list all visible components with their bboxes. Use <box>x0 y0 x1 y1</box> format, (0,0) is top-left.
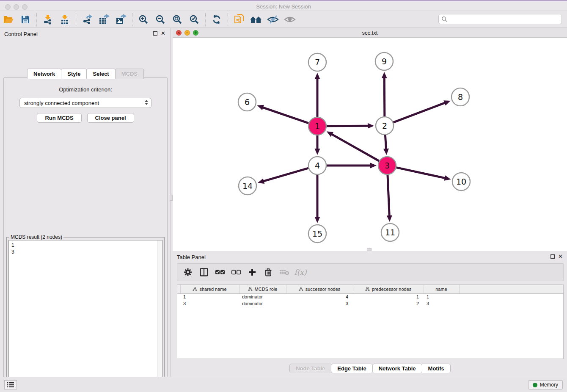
optimization-criterion-select[interactable]: strongly connected component <box>19 98 151 108</box>
arrowhead-icon <box>315 217 320 223</box>
deselect-all-icon[interactable] <box>230 266 242 279</box>
tab-edge-table[interactable]: Edge Table <box>331 364 372 373</box>
column-header-shared-name[interactable]: shared name <box>180 285 239 293</box>
first-neighbors-icon[interactable] <box>249 13 263 26</box>
export-network-icon[interactable] <box>80 13 94 26</box>
column-header-filler <box>459 285 563 293</box>
vertical-splitter-handle[interactable] <box>170 195 173 201</box>
table-row[interactable]: 1dominator411 <box>177 293 563 300</box>
horizontal-splitter-handle[interactable] <box>367 248 372 251</box>
tree-icon <box>299 287 303 291</box>
edge-4-14[interactable] <box>263 168 308 182</box>
tab-network-table[interactable]: Network Table <box>372 364 422 373</box>
tab-mcds[interactable]: MCDS <box>115 69 144 79</box>
open-folder-icon[interactable] <box>1 13 16 26</box>
column-header-predecessor-nodes[interactable]: predecessor nodes <box>353 285 424 293</box>
arrowhead-icon <box>382 72 387 78</box>
edge-1-6[interactable] <box>262 107 308 123</box>
apply-function-icon[interactable]: f(x) <box>294 266 307 279</box>
tab-style[interactable]: Style <box>61 69 87 79</box>
edge-2-3[interactable] <box>385 135 386 150</box>
select-all-icon[interactable] <box>214 266 226 279</box>
delete-row-icon[interactable] <box>262 266 275 279</box>
float-panel-icon[interactable] <box>153 31 157 36</box>
toolbar-separator <box>36 13 37 26</box>
node-label-14: 14 <box>242 181 253 190</box>
export-image-icon[interactable] <box>114 13 128 26</box>
edge-2-8[interactable] <box>394 102 446 122</box>
add-row-icon[interactable] <box>246 266 259 279</box>
mcds-result-list[interactable]: 13 <box>8 240 162 392</box>
table-cell-filler <box>459 300 563 307</box>
main-toolbar <box>0 11 567 28</box>
edge-3-1[interactable] <box>331 134 379 161</box>
table-cell[interactable]: 4 <box>286 293 353 300</box>
table-cell[interactable]: 3 <box>286 300 353 307</box>
mcds-result-box: MCDS result (2 nodes) 13 <box>6 237 165 392</box>
arrowhead-icon <box>444 175 451 181</box>
memory-button[interactable]: Memory <box>528 380 563 389</box>
node-label-15: 15 <box>312 229 322 238</box>
float-panel-icon[interactable] <box>550 254 555 259</box>
table-cell[interactable]: 3 <box>424 300 459 307</box>
zoom-in-icon[interactable] <box>136 13 151 26</box>
import-table-icon[interactable] <box>58 13 72 26</box>
search-input[interactable] <box>447 16 561 22</box>
refresh-layout-icon[interactable] <box>209 13 224 26</box>
edge-3-10[interactable] <box>396 168 446 178</box>
scrollbar[interactable] <box>157 240 162 392</box>
zoom-selected-icon[interactable] <box>187 13 201 26</box>
row-gutter <box>177 300 180 307</box>
search-box[interactable] <box>438 14 562 24</box>
close-panel-icon[interactable]: ✕ <box>161 30 165 36</box>
export-table-icon[interactable] <box>97 13 111 26</box>
table-cell[interactable]: 1 <box>180 293 239 300</box>
zoom-out-icon[interactable] <box>153 13 168 26</box>
tree-icon <box>248 287 253 291</box>
arrowhead-icon <box>315 149 320 155</box>
table-cell[interactable]: 3 <box>180 300 239 307</box>
show-all-icon[interactable] <box>283 13 297 26</box>
hide-selection-icon[interactable] <box>266 13 280 26</box>
table-cell[interactable]: 1 <box>424 293 459 300</box>
toolbar-separator <box>228 13 228 26</box>
column-header-MCDS-role[interactable]: MCDS role <box>239 285 286 293</box>
tab-network[interactable]: Network <box>27 69 61 79</box>
column-header-name[interactable]: name <box>424 285 459 293</box>
toolbar-separator <box>132 13 132 26</box>
network-graph-canvas[interactable]: 7968124314101511 <box>173 38 567 251</box>
tab-select[interactable]: Select <box>86 69 115 79</box>
settings-gear-icon[interactable] <box>182 266 194 279</box>
column-view-icon[interactable] <box>198 266 210 279</box>
table-row[interactable]: 3dominator323 <box>177 300 563 307</box>
control-panel-tabs: NetworkStyleSelectMCDS <box>0 69 171 79</box>
zoom-fit-icon[interactable] <box>170 13 184 26</box>
run-mcds-button[interactable]: Run MCDS <box>37 113 81 123</box>
memory-status-icon <box>533 383 537 387</box>
delete-table-icon[interactable] <box>278 266 291 279</box>
new-network-from-selection-icon[interactable] <box>232 13 246 26</box>
table-cell[interactable]: 1 <box>353 293 424 300</box>
node-table[interactable]: shared nameMCDS rolesuccessor nodesprede… <box>177 284 564 359</box>
column-header-successor-nodes[interactable]: successor nodes <box>286 285 353 293</box>
save-session-icon[interactable] <box>18 13 33 26</box>
table-cell[interactable]: dominator <box>239 293 286 300</box>
table-cell[interactable]: 2 <box>353 300 424 307</box>
tab-motifs[interactable]: Motifs <box>422 364 451 373</box>
edge-2-9[interactable] <box>384 77 385 116</box>
row-gutter <box>177 285 180 293</box>
session-title: Session: New Session <box>0 3 567 10</box>
edge-3-11[interactable] <box>388 175 389 217</box>
task-history-button[interactable] <box>4 380 17 389</box>
close-panel-icon[interactable]: ✕ <box>558 253 563 259</box>
import-network-icon[interactable] <box>41 13 55 26</box>
table-cell[interactable]: dominator <box>239 300 286 307</box>
table-panel-tabs: Node TableEdge TableNetwork TableMotifs <box>173 364 567 373</box>
close-panel-button[interactable]: Close panel <box>87 113 134 123</box>
node-label-4: 4 <box>315 161 320 170</box>
node-label-9: 9 <box>382 57 387 66</box>
edge-1-2[interactable] <box>327 126 369 126</box>
control-panel: Control Panel ✕ NetworkStyleSelectMCDS O… <box>0 28 171 377</box>
tab-node-table[interactable]: Node Table <box>289 364 331 373</box>
network-window-titlebar[interactable]: ✕ − + scc.txt <box>173 28 567 38</box>
